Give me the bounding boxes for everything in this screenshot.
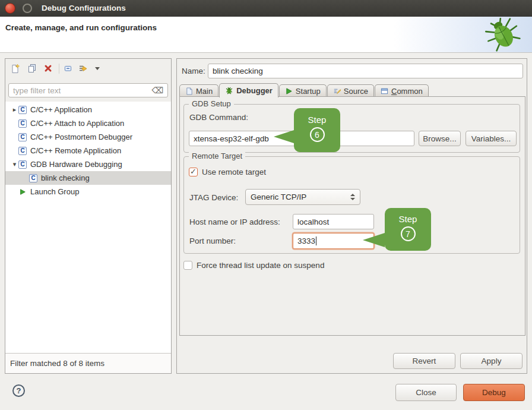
browse-button[interactable]: Browse... [419, 131, 461, 146]
tab-main[interactable]: Main [179, 84, 218, 97]
toolbar-menu-chevron-icon[interactable] [91, 62, 103, 74]
collapse-all-icon[interactable] [62, 62, 74, 74]
group-legend: Remote Target [189, 152, 245, 160]
configurations-sidebar: type filter text ⌫ C/C++ Application C/C… [5, 58, 172, 374]
c-config-icon [29, 174, 37, 182]
close-window-icon[interactable] [5, 3, 15, 14]
play-icon [285, 87, 293, 95]
tree-item-label: C/C++ Attach to Application [30, 119, 124, 128]
window-icon [381, 87, 388, 95]
filter-input[interactable]: type filter text ⌫ [8, 83, 168, 97]
tab-startup[interactable]: Startup [279, 84, 327, 97]
clear-filter-icon[interactable]: ⌫ [151, 86, 163, 95]
spinner-icon[interactable] [350, 194, 355, 200]
remote-target-group: Remote Target Use remote target JTAG Dev… [183, 156, 520, 254]
port-input[interactable]: 3333 [293, 233, 374, 249]
step-number-badge: 6 [310, 127, 325, 142]
debug-configurations-dialog: Debug Configurations Create, manage, and… [0, 0, 532, 410]
port-label: Port number: [189, 236, 236, 245]
gdb-command-label: GDB Command: [189, 113, 248, 122]
c-config-icon [18, 133, 27, 141]
c-config-icon [18, 160, 27, 169]
close-button[interactable]: Close [395, 384, 457, 401]
name-input[interactable]: blink checking [208, 64, 523, 78]
configuration-editor: Name: blink checking Main Debugger Start… [176, 58, 527, 374]
sidebar-toolbar [5, 62, 171, 75]
c-config-icon [18, 106, 27, 114]
tree-item-launch-group[interactable]: Launch Group [5, 185, 171, 198]
new-configuration-icon[interactable] [10, 62, 21, 74]
filter-status: Filter matched 8 of 8 items [5, 353, 171, 373]
tree-item-label: C/C++ Postmortem Debugger [30, 133, 132, 141]
force-thread-checkbox[interactable]: Force thread list update on suspend [183, 261, 324, 270]
source-icon [333, 87, 341, 95]
tree-item-label: C/C++ Remote Application [30, 146, 121, 155]
step-7-callout-arrow [363, 233, 385, 247]
step-7-callout: Step 7 [385, 208, 431, 251]
step-6-callout: Step 6 [294, 108, 340, 152]
editor-tabs: Main Debugger Startup Source Common [179, 83, 429, 97]
window-title: Debug Configurations [42, 4, 126, 12]
c-config-icon [18, 147, 27, 155]
duplicate-configuration-icon[interactable] [26, 62, 38, 74]
tree-item-gdb-hardware[interactable]: GDB Hardware Debugging [5, 157, 171, 171]
tree-item-label: Launch Group [30, 187, 79, 196]
step-6-callout-arrow [274, 130, 294, 143]
debug-button[interactable]: Debug [463, 384, 525, 401]
tree-item-blink-checking[interactable]: blink checking [5, 171, 171, 185]
variables-button[interactable]: Variables... [466, 131, 517, 146]
text-cursor [316, 236, 316, 245]
tree-item-label: blink checking [41, 174, 90, 182]
tree-item-cpp-postmortem[interactable]: C/C++ Postmortem Debugger [5, 130, 171, 144]
expander-collapsed-icon[interactable] [11, 106, 18, 113]
delete-configuration-icon[interactable] [42, 62, 54, 74]
tree-item-cpp-application[interactable]: C/C++ Application [5, 103, 171, 116]
host-input[interactable]: localhost [293, 214, 374, 229]
expander-expanded-icon[interactable] [11, 160, 18, 168]
apply-button[interactable]: Apply [460, 353, 522, 369]
document-icon [185, 87, 193, 95]
titlebar[interactable]: Debug Configurations [0, 0, 532, 17]
configuration-tree: C/C++ Application C/C++ Attach to Applic… [5, 103, 171, 198]
checkbox-checked-icon[interactable] [189, 168, 198, 176]
tab-debugger[interactable]: Debugger [219, 83, 278, 97]
tree-item-cpp-attach[interactable]: C/C++ Attach to Application [5, 116, 171, 130]
step-number-badge: 7 [401, 226, 416, 241]
beetle-icon [482, 18, 525, 54]
bug-icon [225, 86, 233, 94]
dialog-subtitle: Create, manage, and run configurations [5, 23, 157, 32]
host-label: Host name or IP address: [189, 217, 280, 226]
name-label: Name: [182, 67, 205, 75]
filter-placeholder: type filter text [13, 86, 61, 95]
jtag-device-select[interactable]: Generic TCP/IP [245, 189, 360, 205]
launch-group-icon [18, 188, 27, 196]
toolbar-separator [59, 64, 59, 74]
tab-source[interactable]: Source [327, 84, 374, 97]
tree-item-cpp-remote[interactable]: C/C++ Remote Application [5, 144, 171, 157]
checkbox-unchecked-icon[interactable] [183, 261, 192, 270]
revert-button[interactable]: Revert [393, 353, 455, 369]
help-button[interactable]: ? [12, 384, 25, 397]
maximize-window-icon[interactable] [23, 4, 32, 13]
use-remote-target-checkbox[interactable]: Use remote target [189, 168, 266, 176]
tree-item-label: GDB Hardware Debugging [30, 160, 122, 169]
c-config-icon [18, 119, 27, 128]
dialog-header: Create, manage, and run configurations [0, 17, 532, 53]
filter-configurations-icon[interactable] [77, 62, 89, 74]
gdb-setup-group: GDB Setup GDB Command: xtensa-esp32-elf-… [183, 104, 520, 153]
group-legend: GDB Setup [189, 99, 234, 108]
tab-common[interactable]: Common [375, 84, 429, 97]
tree-item-label: C/C++ Application [30, 105, 92, 114]
debugger-tab-content: GDB Setup GDB Command: xtensa-esp32-elf-… [179, 96, 525, 336]
jtag-device-label: JTAG Device: [189, 193, 238, 202]
